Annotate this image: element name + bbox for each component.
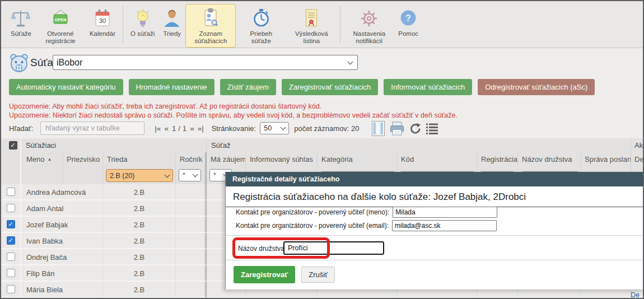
dialog-actions: Zaregistrovať Zrušiť: [234, 266, 335, 283]
unregister-competitors-button[interactable]: Odregistrovať súťažiacich (aSc): [478, 79, 595, 95]
open-sign-icon: OPEN: [50, 6, 71, 29]
toolbar-item-triedy[interactable]: Triedy: [158, 4, 185, 40]
sort-asc-icon: ▲: [48, 157, 52, 162]
main-toolbar: Súťaže OPEN Otvorené registrácie 30 Kale…: [1, 1, 643, 48]
bulk-settings-button[interactable]: Hromadné nastavenie: [129, 79, 214, 95]
row-checkbox[interactable]: [7, 269, 15, 277]
chevron-down-icon: [348, 59, 353, 64]
scales-icon: [11, 6, 30, 29]
cancel-button[interactable]: Zrušiť: [301, 267, 335, 283]
calendar-icon: 30: [93, 6, 112, 29]
list-icon[interactable]: [426, 123, 438, 134]
column-header-detaily[interactable]: De: [631, 152, 644, 167]
stopwatch-icon: [251, 6, 270, 29]
toolbar-item-priebeh-sutaze[interactable]: Priebeh súťaže: [236, 4, 286, 48]
print-icon[interactable]: [390, 122, 404, 136]
toolbar-item-label: Výsledková listina: [290, 30, 333, 45]
clipboard-person-icon: [201, 6, 220, 29]
search-band: Hľadať: |« « 1 / 1 » »| Stránkovanie: 50…: [1, 120, 643, 137]
warning-message: Upozornenie: Niektorí žiaci nedostali sp…: [9, 111, 458, 119]
column-header-rocnik[interactable]: Ročník: [176, 152, 207, 167]
columns-icon[interactable]: [372, 121, 385, 136]
toolbar-item-label: Kalendár: [90, 30, 115, 38]
refresh-icon[interactable]: [409, 123, 421, 134]
pager-current-page: 1 / 1: [172, 124, 186, 133]
toolbar-item-nastavenia-notifikacii[interactable]: Nastavenia notifikácií: [344, 4, 394, 48]
trieda-filter-select[interactable]: 2.B (20): [106, 169, 173, 182]
toolbar-item-o-sutazi[interactable]: O súťaži: [127, 4, 158, 40]
pager: |« « 1 / 1 » »|: [155, 124, 203, 133]
page-size-select[interactable]: 50: [260, 122, 289, 134]
records-count: počet záznamov: 20: [294, 124, 359, 133]
team-name-input[interactable]: [283, 241, 384, 255]
cell-trieda: 2.B: [103, 249, 176, 265]
dialog-heading: Registrácia súťažiaceho na ďalšie kolo s…: [226, 186, 644, 207]
column-header-sprava-poslana[interactable]: Správa poslaná: [581, 152, 631, 167]
lightbulb-icon: [133, 6, 152, 29]
app-window: Súťaže OPEN Otvorené registrácie 30 Kale…: [0, 0, 644, 299]
team-name-label: Názov družstva:: [238, 245, 286, 253]
contact-name-row: Kontakt pre organizátorov - poverený uči…: [236, 207, 497, 218]
row-checkbox[interactable]: [7, 220, 15, 228]
column-header-kod[interactable]: Kód: [397, 152, 477, 167]
cell-name: Ivan Babka: [21, 233, 103, 249]
chevron-down-icon: [193, 172, 198, 177]
row-checkbox[interactable]: [7, 204, 15, 212]
pager-prev-button[interactable]: «: [164, 124, 169, 133]
toolbar-divider: [340, 6, 340, 43]
detail-link[interactable]: De: [631, 291, 640, 299]
column-header-registracia[interactable]: Registrácia: [477, 152, 518, 167]
cell-trieda: 2.B: [103, 265, 176, 282]
row-checkbox[interactable]: [7, 253, 15, 261]
group-header-competition: Súťaž: [207, 138, 631, 152]
select-all-checkbox[interactable]: [9, 141, 17, 150]
toolbar-item-otvorene-registracie[interactable]: OPEN Otvorené registrácie: [35, 4, 86, 48]
column-header-ma-zaujem[interactable]: Má záujem: [207, 152, 246, 167]
person-icon: [162, 6, 181, 29]
toolbar-item-vysledkova-listina[interactable]: Výsledková listina: [286, 4, 337, 48]
cell-trieda: 2.B: [103, 200, 176, 217]
check-interest-button[interactable]: Zistiť záujem: [220, 79, 276, 95]
contact-email-input[interactable]: [392, 220, 497, 231]
register-competitors-button[interactable]: Zaregistrovať súťažiacich: [282, 79, 378, 95]
toolbar-item-pomoc[interactable]: ? Pomoc: [394, 4, 422, 40]
beaver-icon: [8, 52, 30, 76]
search-label: Hľadať:: [9, 124, 33, 133]
warning-registration: Upozornenie: Aby mohli žiaci súťažiť, tr…: [9, 102, 321, 110]
action-buttons: Automaticky nastaviť kategóriu Hromadné …: [9, 79, 595, 95]
cell-trieda: 2.B: [103, 184, 176, 200]
column-header-kategoria[interactable]: Kategória: [318, 152, 397, 167]
search-input[interactable]: [40, 122, 144, 135]
auto-category-button[interactable]: Automaticky nastaviť kategóriu: [9, 79, 123, 95]
toolbar-item-zoznam-sutaziacich[interactable]: Zoznam súťažiacich: [185, 4, 236, 48]
inform-competitors-button[interactable]: Informovať súťažiacich: [384, 79, 472, 95]
page-size-label: Stránkovanie:: [212, 124, 256, 133]
toolbar-item-label: Otvorené registrácie: [39, 30, 82, 45]
column-header-informovany-suhlas[interactable]: Informovaný súhlas: [246, 152, 318, 167]
row-checkbox[interactable]: [7, 188, 15, 196]
table-group-header-row: Súťažiaci Súťaž Ak: [1, 138, 644, 152]
pager-first-button[interactable]: |«: [155, 124, 161, 133]
column-header-nazov-druzstva[interactable]: Názov družstva: [518, 152, 581, 167]
column-header-priezvisko[interactable]: Priezvisko▲: [63, 152, 103, 167]
team-name-section: Názov družstva:: [226, 235, 644, 260]
row-checkbox[interactable]: [7, 285, 15, 293]
contact-name-input[interactable]: [393, 207, 497, 218]
competition-select[interactable]: iBobor: [53, 55, 358, 70]
cell-name: Jozef Babjak: [21, 217, 103, 233]
registration-details-dialog: Registračné detaily súťažiaceho Registrá…: [225, 172, 644, 289]
pager-last-button[interactable]: »|: [198, 124, 204, 133]
row-checkbox[interactable]: [7, 236, 15, 245]
column-header-meno[interactable]: Meno▲: [21, 152, 63, 167]
toolbar-item-sutaze[interactable]: Súťaže: [7, 4, 35, 40]
contact-email-row: Kontakt pre organizátorov - poverený uči…: [236, 220, 497, 231]
column-header-trieda[interactable]: Trieda: [103, 152, 176, 167]
toolbar-item-label: Zoznam súťažiacich: [189, 30, 232, 45]
svg-text:?: ?: [405, 13, 411, 23]
toolbar-item-kalendar[interactable]: 30 Kalendár: [86, 4, 119, 40]
rocnik-filter-select[interactable]: *: [179, 169, 201, 181]
pager-next-button[interactable]: »: [190, 124, 194, 133]
cell-trieda: 2.B: [103, 282, 176, 298]
svg-text:30: 30: [99, 17, 106, 24]
register-submit-button[interactable]: Zaregistrovať: [234, 266, 295, 283]
